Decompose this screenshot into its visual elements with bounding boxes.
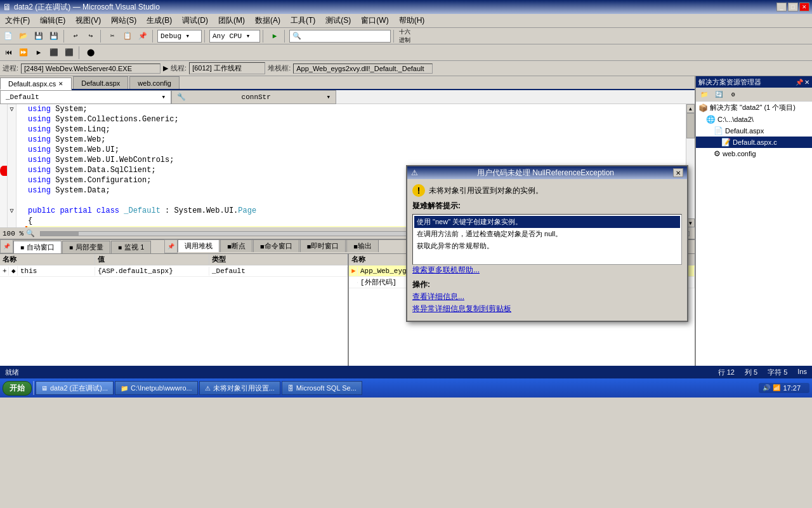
menu-edit[interactable]: 编辑(E) <box>35 14 70 27</box>
suggestion-1[interactable]: 在调用方法前，通过检查确定对象是否为 null。 <box>414 228 680 240</box>
output-tab[interactable]: ■ 输出 <box>346 239 379 252</box>
hex-button[interactable]: 十六进制 <box>398 30 412 43</box>
sep-2 <box>100 30 103 43</box>
menu-website[interactable]: 网站(S) <box>106 14 141 27</box>
redo-button[interactable]: ↪ <box>84 30 98 43</box>
collapse-1[interactable]: ▽ <box>8 104 16 114</box>
method-dropdown[interactable]: 🔧 connStr ▾ <box>171 90 336 104</box>
config-dropdown[interactable]: Debug ▾ <box>157 30 202 43</box>
view-detail-link[interactable]: 查看详细信息... <box>412 291 682 302</box>
immediate-tab[interactable]: ■ 即时窗口 <box>300 239 346 252</box>
tb2-btn3[interactable]: ▶ <box>32 46 46 59</box>
tab-default-aspx[interactable]: Default.aspx <box>73 76 128 89</box>
breakpoints-tab[interactable]: ■ 断点 <box>220 239 252 252</box>
auto-expand-0[interactable]: + <box>0 267 9 276</box>
menu-team[interactable]: 团队(M) <box>213 14 250 27</box>
step-into-button[interactable]: ⬛ <box>62 46 76 59</box>
local-vars-tab[interactable]: ■ 局部变量 <box>62 241 110 253</box>
menu-test[interactable]: 测试(S) <box>320 14 356 27</box>
tree-default-aspx-cs[interactable]: 📝 Default.aspx.c <box>696 137 812 148</box>
tb2-btn2[interactable]: ⏩ <box>16 46 30 59</box>
tree-project[interactable]: 🌐 C:\...\data2\ <box>696 114 812 125</box>
auto-window-header: 名称 值 类型 <box>0 254 348 265</box>
code-line-5: using System.Web.UI; <box>25 145 686 155</box>
tab-default-aspx-cs[interactable]: Default.aspx.cs ✕ <box>0 77 72 90</box>
open-file-button[interactable]: 📂 <box>16 30 30 43</box>
app-icon: 🖥 <box>3 2 11 12</box>
menu-window[interactable]: 窗口(W) <box>356 14 393 27</box>
collapse-2[interactable]: ▽ <box>8 206 16 216</box>
copy-button[interactable]: 📋 <box>121 30 134 43</box>
undo-button[interactable]: ↩ <box>69 30 82 43</box>
taskbar-item-3[interactable]: 🗄 Microsoft SQL Se... <box>282 381 362 395</box>
suggestion-0[interactable]: 使用 "new" 关键字创建对象实例。 <box>414 216 680 228</box>
refresh-button[interactable]: 🔄 <box>712 88 726 101</box>
search-dropdown[interactable]: 🔍 <box>289 30 391 43</box>
watch1-tab[interactable]: ■ 监视 1 <box>111 241 151 253</box>
cut-button[interactable]: ✂ <box>105 30 119 43</box>
copy-detail-link[interactable]: 将异常详细信息复制到剪贴板 <box>412 304 682 314</box>
h-scroll-thumb[interactable] <box>41 232 79 236</box>
process-label: 进程: <box>3 64 18 73</box>
step-over-button[interactable]: ⬛ <box>47 46 61 59</box>
suggestions-section: 疑难解答提示: 使用 "new" 关键字创建对象实例。 在调用方法前，通过检查确… <box>412 201 682 276</box>
solution-close-button[interactable]: ✕ <box>804 79 809 86</box>
menu-help[interactable]: 帮助(H) <box>394 14 430 27</box>
show-all-files-button[interactable]: 📁 <box>697 88 711 101</box>
solution-toolbar: 📁 🔄 ⚙ <box>696 88 812 102</box>
process-dropdown[interactable]: [2484] WebDev.WebServer40.EXE <box>21 64 160 74</box>
tab-web-config[interactable]: web.config <box>129 76 180 89</box>
solution-pin-button[interactable]: 📌 <box>796 79 803 86</box>
auto-window: 名称 值 类型 + ◆ this {ASP.default_aspx} _Def… <box>0 254 349 366</box>
paste-button[interactable]: 📌 <box>136 30 150 43</box>
class-dropdown[interactable]: _Default ▾ <box>0 90 171 104</box>
toolbar-2: ⏮ ⏩ ▶ ⬛ ⬛ ⬤ <box>0 44 812 61</box>
sep <box>33 381 34 395</box>
status-char: 字符 5 <box>768 368 787 377</box>
stack-label: 堆栈框: <box>268 64 291 73</box>
new-file-button[interactable]: 📄 <box>1 30 15 43</box>
start-debug-button[interactable]: ▶ <box>268 30 282 43</box>
tree-solution[interactable]: 📦 解决方案 "data2" (1 个项目) <box>696 102 812 114</box>
menu-data[interactable]: 数据(A) <box>250 14 285 27</box>
menu-tools[interactable]: 工具(T) <box>285 14 320 27</box>
taskbar-item-2[interactable]: ⚠ 未将对象引用设置... <box>199 381 280 395</box>
menu-debug[interactable]: 调试(D) <box>177 14 213 27</box>
title-bar-controls[interactable]: _ □ ✕ <box>776 3 809 11</box>
maximize-button[interactable]: □ <box>788 3 798 11</box>
tree-web-config[interactable]: ⚙ web.config <box>696 148 812 159</box>
start-button[interactable]: 开始 <box>3 381 32 396</box>
zoom-icon: 🔍 <box>26 229 35 237</box>
dialog-close-button[interactable]: ✕ <box>673 168 683 177</box>
menu-file[interactable]: 文件(F) <box>0 14 35 27</box>
suggestion-2[interactable]: 获取此异常的常规帮助。 <box>414 240 680 252</box>
save-all-button[interactable]: 💾 <box>47 30 61 43</box>
tab-close-0[interactable]: ✕ <box>58 81 63 87</box>
auto-row-0[interactable]: + ◆ this {ASP.default_aspx} _Default <box>0 265 348 277</box>
menu-bar: 文件(F) 编辑(E) 视图(V) 网站(S) 生成(B) 调试(D) 团队(M… <box>0 14 812 28</box>
title-bar: 🖥 data2 (正在调试) — Microsoft Visual Studio… <box>0 0 812 14</box>
properties-button[interactable]: ⚙ <box>726 88 740 101</box>
close-button[interactable]: ✕ <box>799 3 809 11</box>
call-stack-tab[interactable]: 调用堆栈 <box>178 239 219 252</box>
scroll-up-button[interactable]: ▲ <box>686 104 695 113</box>
tree-default-aspx[interactable]: 📄 Default.aspx <box>696 125 812 137</box>
auto-col-value: 值 <box>95 254 209 265</box>
tb2-btn1[interactable]: ⏮ <box>1 46 15 59</box>
search-more-link[interactable]: 搜索更多联机帮助... <box>412 265 682 276</box>
taskbar-item-0[interactable]: 🖥 data2 (正在调试)... <box>36 381 114 395</box>
command-tab[interactable]: ■ 命令窗口 <box>253 239 299 252</box>
save-button[interactable]: 💾 <box>32 30 46 43</box>
minimize-button[interactable]: _ <box>776 3 787 11</box>
platform-dropdown[interactable]: Any CPU ▾ <box>209 30 260 43</box>
stack-dropdown[interactable]: App_Web_eygs2xvy.dll!_Default._Default <box>293 64 433 74</box>
auto-window-tab[interactable]: ■ 自动窗口 <box>13 241 62 253</box>
scroll-thumb[interactable] <box>686 113 695 138</box>
suggestions-listbox[interactable]: 使用 "new" 关键字创建对象实例。 在调用方法前，通过检查确定对象是否为 n… <box>412 214 682 265</box>
auto-value-0: {ASP.default_aspx} <box>95 267 209 276</box>
thread-dropdown[interactable]: [6012] 工作线程 <box>189 62 265 74</box>
taskbar-item-1[interactable]: 📁 C:\Inetpub\wwwro... <box>115 381 198 395</box>
menu-view[interactable]: 视图(V) <box>70 14 106 27</box>
breakpoint-button[interactable]: ⬤ <box>84 46 98 59</box>
menu-build[interactable]: 生成(B) <box>141 14 177 27</box>
